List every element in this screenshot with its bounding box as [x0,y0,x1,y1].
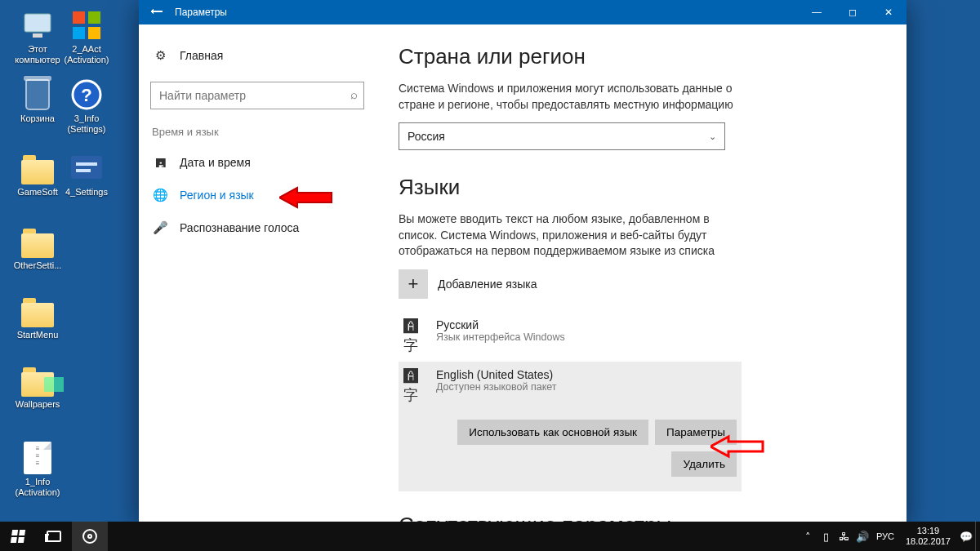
tray-battery-icon[interactable]: ▯ [817,531,835,543]
settings-window: 🠔 Параметры — ◻ ✕ ⚙Главная ⌕ Время и язы… [139,0,906,522]
heading-country-region: Страна или регион [399,44,874,69]
action-center-icon[interactable]: 💬 [957,531,975,543]
svg-rect-0 [24,14,51,32]
taskbar-app-settings[interactable] [72,522,108,551]
set-default-language-button[interactable]: Использовать как основной язык [457,420,648,445]
svg-rect-8 [71,156,102,179]
desktop-icon-label: Этот компьютер [10,44,65,64]
taskbar-clock[interactable]: 13:19 18.02.2017 [899,526,957,546]
remove-language-button[interactable]: Удалить [671,451,737,477]
desktop-icon-info-activation[interactable]: ≡≡≡1_Info (Activation) [10,441,65,497]
add-language-row[interactable]: + Добавление языка [399,269,874,299]
show-desktop-button[interactable] [975,522,980,551]
close-button[interactable]: ✕ [871,0,906,24]
desktop-icon-wallpapers[interactable]: Wallpapers [10,363,65,410]
svg-rect-1 [33,33,42,38]
maximize-button[interactable]: ◻ [835,0,871,24]
svg-text:?: ? [81,85,91,105]
svg-rect-4 [73,27,85,39]
desktop-icon-othersettings[interactable]: OtherSetti... [10,224,65,271]
plus-icon: + [399,269,428,299]
country-combobox[interactable]: Россия ⌄ [399,122,725,150]
minimize-button[interactable]: — [799,0,835,24]
svg-rect-9 [76,162,97,166]
tray-volume-icon[interactable]: 🔊 [853,531,871,543]
svg-rect-10 [76,169,91,172]
sidebar: ⚙Главная ⌕ Время и язык 🖪Дата и время 🌐Р… [139,24,376,522]
sidebar-item-speech[interactable]: 🎤Распознавание голоса [139,211,376,244]
back-button[interactable]: 🠔 [139,0,175,24]
calendar-icon: 🖪 [152,156,168,170]
tray-network-icon[interactable]: 🖧 [835,531,853,543]
tray-chevron-up-icon[interactable]: ˄ [800,531,817,543]
gear-icon: ⚙ [152,48,168,63]
tray-language-indicator[interactable]: РУС [871,531,899,541]
search-input[interactable] [150,82,364,109]
language-options-button[interactable]: Параметры [655,420,737,445]
region-description: Система Windows и приложения могут испол… [399,81,750,113]
desktop-icon-settings-shortcut[interactable]: 4_Settings [59,151,114,198]
language-item-english-us[interactable]: 🅰字 English (United States) Доступен язык… [399,362,742,411]
sidebar-group-label: Время и язык [139,121,376,146]
desktop-icon-aact[interactable]: 2_AAct (Activation) [59,8,114,64]
language-item-russian[interactable]: 🅰字 Русский Язык интерфейса Windows [399,312,742,362]
sidebar-item-region-language[interactable]: 🌐Регион и язык [139,179,376,211]
content-pane: Страна или регион Система Windows и прил… [376,24,906,522]
task-view-button[interactable] [36,522,72,551]
heading-languages: Языки [399,175,874,200]
svg-rect-3 [88,11,100,24]
languages-description: Вы можете вводить текст на любом языке, … [399,211,750,260]
desktop-icon-startmenu[interactable]: StartMenu [10,294,65,340]
taskbar: ˄ ▯ 🖧 🔊 РУС 13:19 18.02.2017 💬 [0,522,980,551]
svg-rect-11 [44,377,64,392]
language-icon: 🅰字 [403,368,428,405]
svg-rect-5 [88,27,100,39]
mic-icon: 🎤 [152,220,168,235]
start-button[interactable] [0,522,36,551]
svg-rect-2 [73,11,85,24]
desktop-icon-this-pc[interactable]: Этот компьютер [10,8,65,64]
desktop-icon-gamesoft[interactable]: GameSoft [10,151,65,198]
language-icon: 🅰字 [403,318,428,355]
globe-language-icon: 🌐 [152,188,168,202]
sidebar-item-datetime[interactable]: 🖪Дата и время [139,146,376,179]
desktop-icon-info-settings[interactable]: ?3_Info (Settings) [59,78,114,134]
window-title: Параметры [175,7,227,18]
sidebar-home[interactable]: ⚙Главная [139,39,376,72]
titlebar: 🠔 Параметры — ◻ ✕ [139,0,906,24]
desktop-icon-recycle-bin[interactable]: Корзина [10,78,65,124]
chevron-down-icon: ⌄ [709,131,716,142]
